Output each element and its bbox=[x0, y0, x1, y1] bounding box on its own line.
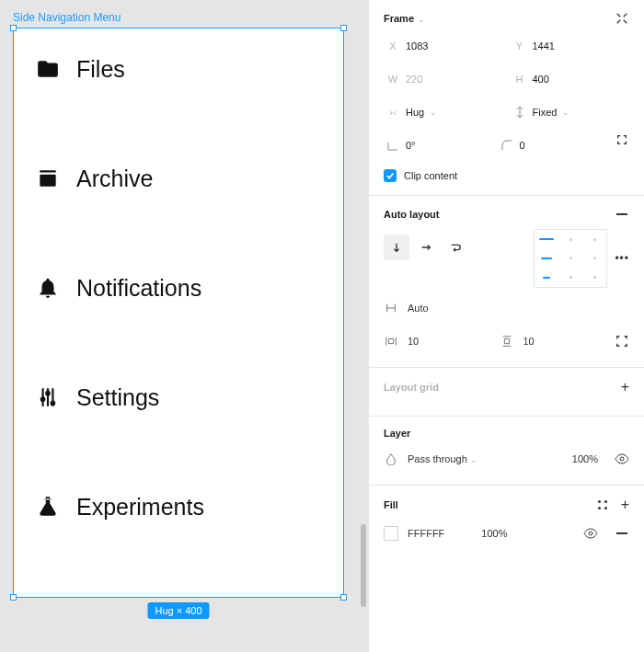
remove-auto-layout-button[interactable] bbox=[615, 207, 629, 222]
fill-section: Fill + FFFFFF 100% bbox=[369, 486, 644, 559]
nav-item-label: Files bbox=[76, 56, 125, 83]
width-field[interactable]: W 220 bbox=[384, 66, 503, 92]
direction-vertical-button[interactable] bbox=[384, 234, 409, 260]
selected-frame[interactable]: Files Archive Notifications bbox=[13, 28, 344, 598]
independent-padding-button[interactable] bbox=[615, 334, 629, 349]
corner-radius-field[interactable]: 0 bbox=[498, 132, 604, 158]
angle-icon bbox=[385, 138, 400, 153]
canvas-scrollbar-thumb[interactable] bbox=[361, 524, 366, 607]
fill-hex-field[interactable]: FFFFFF bbox=[408, 528, 444, 539]
fill-color-swatch[interactable] bbox=[384, 526, 398, 541]
nav-item-files[interactable]: Files bbox=[36, 56, 321, 83]
padding-horizontal-icon bbox=[384, 335, 398, 348]
nav-item-experiments[interactable]: Experiments bbox=[36, 494, 321, 520]
frame-section-title[interactable]: Frame⌄ bbox=[384, 13, 425, 24]
nav-item-label: Notifications bbox=[76, 275, 201, 302]
corner-radius-icon bbox=[500, 138, 514, 153]
nav-item-notifications[interactable]: Notifications bbox=[36, 275, 321, 302]
alignment-grid[interactable] bbox=[534, 229, 607, 288]
layout-grid-title: Layout grid bbox=[384, 382, 439, 393]
direction-wrap-button[interactable] bbox=[443, 234, 468, 260]
resize-handle-top-left[interactable] bbox=[10, 25, 17, 31]
resize-handle-bottom-left[interactable] bbox=[10, 594, 17, 601]
selection-size-badge: Hug × 400 bbox=[147, 602, 209, 619]
add-fill-button[interactable]: + bbox=[621, 497, 629, 513]
nav-item-label: Settings bbox=[76, 384, 159, 411]
auto-layout-title: Auto layout bbox=[384, 209, 440, 220]
layer-opacity-field[interactable]: 100% bbox=[572, 453, 598, 464]
pos-x-field[interactable]: X 1083 bbox=[384, 33, 503, 59]
resize-handle-bottom-right[interactable] bbox=[340, 594, 347, 601]
nav-item-label: Archive bbox=[76, 166, 153, 192]
folder-icon bbox=[36, 57, 60, 83]
sliders-icon bbox=[36, 385, 60, 411]
pos-y-field[interactable]: Y 1441 bbox=[511, 33, 630, 59]
frame-selection-label[interactable]: Side Navigation Menu bbox=[13, 11, 121, 24]
svg-point-1 bbox=[589, 532, 592, 535]
auto-layout-more-button[interactable]: ••• bbox=[615, 252, 629, 265]
canvas[interactable]: Side Navigation Menu Files Archive bbox=[0, 0, 368, 652]
resize-vertical-icon bbox=[512, 105, 527, 120]
resize-handle-top-right[interactable] bbox=[340, 25, 347, 31]
side-navigation-menu: Files Archive Notifications bbox=[14, 29, 343, 597]
clip-content-checkbox[interactable] bbox=[384, 169, 397, 182]
layer-title: Layer bbox=[384, 428, 410, 439]
height-field[interactable]: H 400 bbox=[511, 66, 630, 92]
layer-section: Layer Pass through ⌄ 100% bbox=[369, 417, 644, 486]
blend-mode-icon bbox=[384, 452, 398, 465]
archive-icon bbox=[36, 166, 60, 192]
independent-corners-icon[interactable] bbox=[615, 132, 629, 147]
padding-horizontal-field[interactable]: 10 bbox=[384, 335, 500, 348]
flask-icon bbox=[36, 495, 60, 520]
padding-vertical-field[interactable]: 10 bbox=[500, 335, 615, 348]
spacing-value[interactable]: Auto bbox=[408, 303, 429, 314]
layout-grid-section: Layout grid + bbox=[369, 368, 644, 417]
spacing-icon bbox=[384, 302, 398, 315]
remove-fill-button[interactable] bbox=[615, 526, 629, 541]
fill-title: Fill bbox=[384, 499, 398, 510]
nav-item-label: Experiments bbox=[76, 494, 204, 520]
horizontal-resize-field[interactable]: ›‹ Hug ⌄ bbox=[384, 99, 503, 125]
fill-styles-button[interactable] bbox=[597, 499, 608, 510]
fill-visibility-icon[interactable] bbox=[583, 526, 598, 541]
blend-mode-select[interactable]: Pass through ⌄ bbox=[408, 453, 477, 464]
auto-layout-section: Auto layout bbox=[369, 196, 644, 368]
svg-point-0 bbox=[620, 457, 624, 461]
bell-icon bbox=[36, 276, 60, 302]
vertical-resize-field[interactable]: Fixed ⌄ bbox=[511, 99, 630, 125]
nav-item-archive[interactable]: Archive bbox=[36, 166, 321, 192]
resize-horizontal-icon: ›‹ bbox=[385, 107, 400, 118]
frame-section: Frame⌄ X 1083 Y 1441 W 220 bbox=[369, 0, 644, 196]
properties-panel: Frame⌄ X 1083 Y 1441 W 220 bbox=[368, 0, 644, 652]
nav-item-settings[interactable]: Settings bbox=[36, 384, 321, 411]
collapse-panel-icon[interactable] bbox=[615, 11, 629, 26]
clip-content-label: Clip content bbox=[404, 170, 457, 181]
fill-opacity-field[interactable]: 100% bbox=[481, 528, 507, 539]
padding-vertical-icon bbox=[500, 335, 514, 348]
direction-horizontal-button[interactable] bbox=[413, 234, 439, 260]
visibility-icon[interactable] bbox=[615, 452, 629, 466]
rotation-field[interactable]: 0° bbox=[384, 132, 490, 158]
add-layout-grid-button[interactable]: + bbox=[621, 379, 629, 395]
